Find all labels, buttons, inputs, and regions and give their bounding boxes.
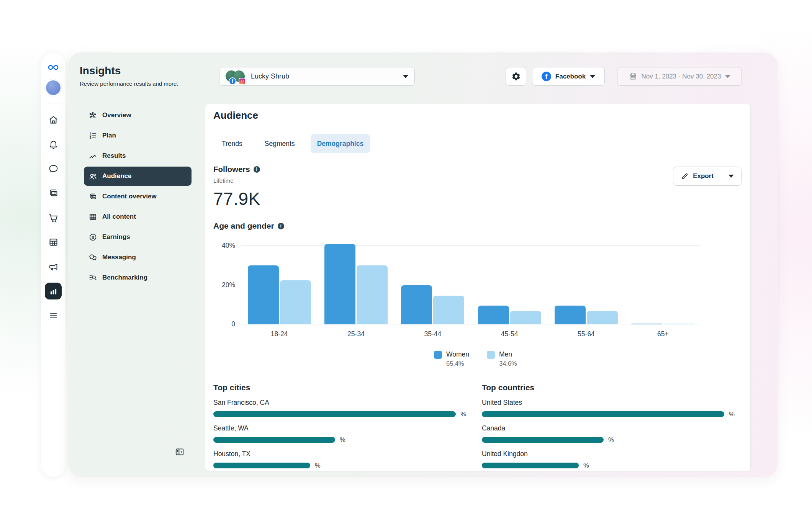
bar-group-65- — [625, 240, 701, 324]
legend-item-women: Women65.4% — [434, 350, 469, 367]
home-icon[interactable] — [45, 111, 62, 128]
account-selector[interactable]: Lucky Shrub — [219, 67, 415, 86]
city-value: % — [315, 462, 321, 469]
sidebar-item-benchmarking[interactable]: Benchmarking — [84, 268, 192, 287]
bar-women-65- — [631, 324, 662, 324]
notifications-icon[interactable] — [45, 136, 62, 152]
svg-text:3: 3 — [90, 136, 91, 139]
country-value: % — [608, 436, 614, 443]
city-value: % — [340, 436, 345, 443]
sidebar-item-earnings[interactable]: $Earnings — [84, 227, 192, 247]
platform-selector[interactable]: Facebook — [532, 67, 605, 86]
country-value: % — [583, 462, 589, 469]
country-bar — [482, 437, 604, 443]
sidebar-item-content-overview[interactable]: Content overview — [84, 187, 192, 206]
chart-legend: Women65.4%Men34.6% — [434, 350, 517, 367]
tab-trends[interactable]: Trends — [215, 134, 249, 153]
sidebar-item-label: Earnings — [102, 233, 130, 241]
followers-block: Followers Lifetime 77.9K — [213, 165, 260, 209]
planner-icon[interactable] — [45, 234, 62, 250]
city-label: Houston, TX — [213, 450, 466, 458]
date-range-picker[interactable]: Nov 1, 2023 - Nov 30, 2023 — [617, 67, 742, 86]
city-label: San Francisco, CA — [213, 399, 466, 407]
messages-icon[interactable] — [45, 160, 62, 177]
bar-men-55-64 — [587, 311, 618, 324]
bar-group-45-54 — [471, 240, 548, 324]
bar-group-35-44 — [395, 240, 471, 324]
profile-avatar[interactable] — [45, 79, 62, 96]
sidebar-item-audience[interactable]: Audience — [84, 167, 192, 186]
country-label: United Kingdon — [482, 450, 735, 458]
page-subtitle: Review performance results and more. — [80, 80, 178, 87]
sidebar-item-plan[interactable]: 123Plan — [84, 126, 192, 145]
pencil-icon — [681, 172, 689, 180]
facebook-logo-icon — [542, 72, 551, 81]
main-card: Audience TrendsSegmentsDemographics Foll… — [205, 104, 751, 471]
commerce-icon[interactable] — [45, 209, 62, 226]
country-bar-row: % — [482, 436, 735, 443]
earnings-icon: $ — [88, 233, 97, 242]
left-rail-icons — [45, 107, 62, 328]
country-label: United States — [482, 399, 735, 407]
country-label: Canada — [482, 424, 735, 432]
bar-men-65- — [663, 324, 694, 324]
plan-icon: 123 — [88, 131, 97, 140]
posts-icon[interactable] — [45, 185, 62, 201]
bar-women-25-34 — [324, 244, 355, 324]
overview-icon — [88, 111, 97, 120]
age-gender-chart: 40%20%0 — [241, 240, 701, 324]
country-bar-row: % — [482, 462, 735, 469]
legend-swatch — [487, 351, 495, 359]
export-button[interactable]: Export — [673, 167, 721, 185]
top-cities-title: Top cities — [213, 383, 466, 392]
sidebar-item-overview[interactable]: Overview — [84, 106, 192, 125]
city-bar-row: % — [213, 411, 466, 418]
city-label: Seattle, WA — [213, 424, 466, 432]
country-bar — [482, 411, 724, 417]
tab-segments[interactable]: Segments — [258, 134, 301, 153]
benchmarking-icon — [88, 273, 97, 282]
page: Insights Review performance results and … — [0, 0, 812, 517]
info-icon[interactable] — [278, 223, 284, 229]
messaging-icon — [88, 253, 97, 262]
country-value: % — [729, 411, 735, 418]
calendar-icon — [629, 72, 637, 81]
more-menu-icon[interactable] — [45, 307, 62, 324]
allcontent-icon — [88, 213, 97, 221]
ads-icon[interactable] — [45, 258, 62, 275]
x-axis-label: 35-44 — [395, 330, 471, 338]
audience-tabs: TrendsSegmentsDemographics — [215, 134, 370, 153]
facebook-badge-icon — [229, 77, 236, 85]
sidebar-item-results[interactable]: Results — [84, 146, 192, 165]
y-axis-tick-label: 20% — [208, 281, 235, 289]
top-cities-list: San Francisco, CA%Seattle, WA%Houston, T… — [213, 399, 466, 469]
bar-men-45-54 — [510, 311, 541, 324]
city-bar — [213, 411, 456, 417]
sidebar-item-messaging[interactable]: Messaging — [84, 248, 192, 267]
x-axis-label: 65+ — [625, 330, 701, 338]
sidebar-item-all-content[interactable]: All content — [84, 207, 192, 226]
bar-men-25-34 — [357, 265, 388, 324]
bar-groups — [241, 240, 701, 324]
instagram-badge-icon — [239, 78, 246, 85]
caret-down-icon — [403, 75, 408, 78]
y-axis-tick-label: 40% — [208, 242, 235, 250]
sidebar-item-label: All content — [102, 213, 136, 221]
sidebar-nav: Overview123PlanResultsAudienceContent ov… — [84, 106, 192, 288]
export-dropdown-button[interactable] — [721, 167, 741, 185]
info-icon[interactable] — [254, 166, 260, 173]
legend-value: 34.6% — [499, 360, 517, 367]
tab-demographics[interactable]: Demographics — [311, 134, 370, 153]
insights-icon[interactable] — [45, 283, 62, 299]
content-icon — [88, 192, 97, 201]
x-axis-label: 55-64 — [548, 330, 624, 338]
collapse-sidebar-button[interactable] — [175, 447, 186, 458]
sidebar-item-label: Messaging — [102, 254, 136, 261]
export-label: Export — [693, 172, 714, 180]
x-axis-label: 45-54 — [471, 330, 548, 338]
country-bar — [482, 463, 579, 468]
y-axis-tick-label: 0 — [208, 320, 235, 328]
page-title: Insights — [80, 65, 121, 77]
chart-x-axis: 18-2425-3435-4445-5455-6465+ — [241, 330, 701, 338]
settings-button[interactable] — [506, 67, 526, 86]
